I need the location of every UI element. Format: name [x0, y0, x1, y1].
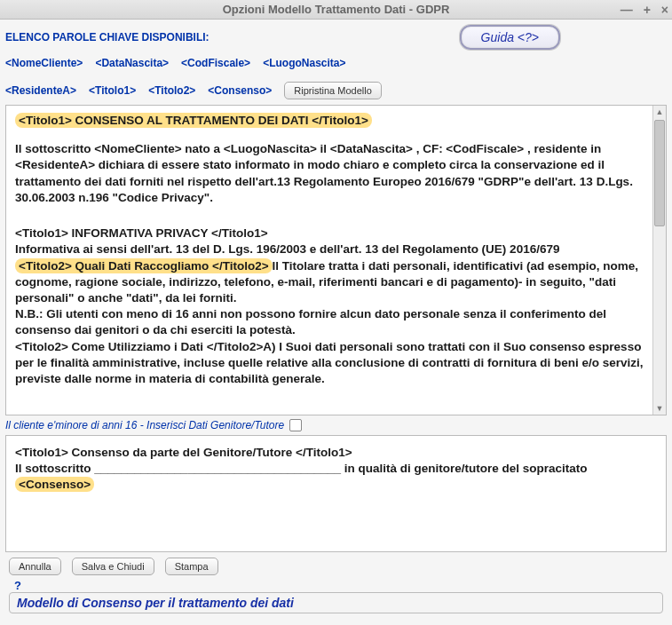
print-button[interactable]: Stampa [165, 558, 218, 575]
editor-paragraph: <Titolo1> INFORMATIVA PRIVACY </Titolo1> [15, 225, 644, 241]
guardian-line2-post: in qualità di genitore/tutore del soprac… [341, 462, 588, 475]
keyword-datanascita[interactable]: <DataNascita> [95, 57, 169, 69]
minimize-icon[interactable]: — [621, 3, 633, 17]
guardian-editor[interactable]: <Titolo1> Consenso da parte del Genitore… [6, 436, 666, 502]
status-bar: Modello di Consenso per il trattamento d… [9, 592, 663, 613]
keyword-consenso[interactable]: <Consenso> [208, 84, 272, 97]
editor-paragraph: Il sottoscritto <NomeCliente> nato a <Lu… [15, 141, 644, 206]
minor-label: Il cliente e'minore di anni 16 - Inseris… [5, 419, 284, 431]
guardian-editor-frame: <Titolo1> Consenso da parte del Genitore… [5, 435, 667, 552]
scroll-down-icon[interactable]: ▼ [653, 402, 666, 415]
window-titlebar: Opzioni Modello Trattamento Dati - GDPR … [0, 0, 672, 20]
keyword-residentea[interactable]: <ResidenteA> [5, 84, 76, 97]
keyword-codfiscale[interactable]: <CodFiscale> [181, 57, 250, 69]
cancel-button[interactable]: Annulla [9, 558, 61, 575]
editor-hl-titolo1: <Titolo1> CONSENSO AL TRATTAMENTO DEI DA… [15, 113, 372, 128]
maximize-icon[interactable]: + [644, 3, 651, 17]
keyword-titolo1[interactable]: <Titolo1> [89, 84, 136, 97]
scrollbar-thumb[interactable] [654, 120, 665, 226]
window-title: Opzioni Modello Trattamento Dati - GDPR [223, 3, 450, 16]
guardian-line1: <Titolo1> Consenso da parte del Genitore… [15, 445, 657, 461]
guardian-hl-consenso: <Consenso> [15, 477, 94, 492]
keywords-heading: ELENCO PAROLE CHIAVE DISPONIBILI: [5, 31, 210, 44]
editor-paragraph: Informativa ai sensi dell'art. 13 del D.… [15, 241, 644, 257]
help-link[interactable]: ? [14, 579, 667, 592]
restore-model-button[interactable]: Ripristina Modello [284, 82, 381, 99]
keyword-luogonascita[interactable]: <LuogoNascita> [263, 57, 345, 69]
minor-checkbox[interactable] [289, 419, 302, 431]
editor-paragraph: N.B.: Gli utenti con meno di 16 anni non… [15, 306, 644, 338]
keyword-nomecliente[interactable]: <NomeCliente> [5, 57, 83, 69]
guide-button[interactable]: Guida <?> [460, 25, 560, 50]
main-editor-frame: <Titolo1> CONSENSO AL TRATTAMENTO DEI DA… [5, 105, 667, 415]
close-icon[interactable]: × [661, 3, 668, 17]
keywords-list: <NomeCliente> <DataNascita> <CodFiscale>… [5, 57, 667, 99]
main-editor[interactable]: <Titolo1> CONSENSO AL TRATTAMENTO DEI DA… [6, 106, 652, 415]
editor-scrollbar[interactable]: ▲ ▼ [652, 106, 666, 415]
editor-paragraph: <Titolo2> Come Utilizziamo i Dati </Tito… [15, 339, 644, 388]
keyword-titolo2[interactable]: <Titolo2> [148, 84, 195, 97]
guardian-line2-pre: Il sottoscritto [15, 462, 94, 475]
save-button[interactable]: Salva e Chiudi [72, 558, 154, 575]
editor-hl-titolo2: <Titolo2> Quali Dati Raccogliamo </Titol… [15, 258, 273, 273]
scroll-up-icon[interactable]: ▲ [653, 106, 666, 118]
guardian-blank: _____________________________________ [94, 462, 341, 475]
